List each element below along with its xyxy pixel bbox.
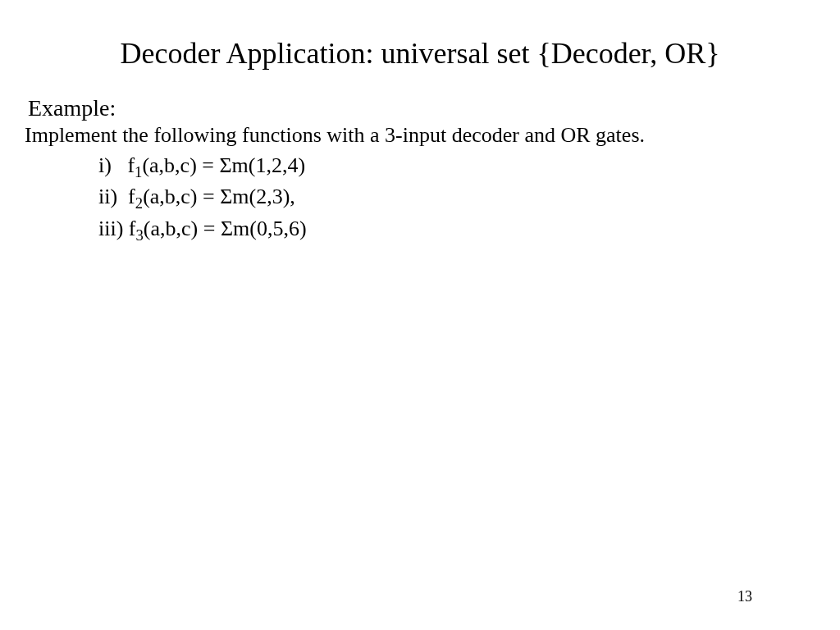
- eq-i-subscript: 1: [135, 163, 142, 180]
- example-label: Example:: [28, 95, 116, 121]
- eq-ii-subscript: 2: [135, 195, 143, 212]
- eq-ii-prefix: ii) f: [98, 185, 135, 208]
- eq-iii-prefix: iii) f: [98, 217, 136, 240]
- page-number: 13: [737, 588, 752, 605]
- eq-iii-rest: (a,b,c) = Σm(0,5,6): [144, 217, 307, 240]
- eq-i-prefix: i) f: [98, 153, 135, 177]
- equation-ii: ii) f2(a,b,c) = Σm(2,3),: [98, 182, 307, 213]
- equation-iii: iii) f3(a,b,c) = Σm(0,5,6): [98, 214, 307, 245]
- eq-iii-subscript: 3: [136, 226, 144, 244]
- eq-ii-rest: (a,b,c) = Σm(2,3),: [143, 185, 295, 208]
- eq-i-rest: (a,b,c) = Σm(1,2,4): [142, 153, 305, 177]
- instruction-text: Implement the following functions with a…: [25, 123, 645, 148]
- equation-i: i) f1(a,b,c) = Σm(1,2,4): [98, 151, 307, 182]
- equation-list: i) f1(a,b,c) = Σm(1,2,4) ii) f2(a,b,c) =…: [98, 151, 307, 245]
- slide-title: Decoder Application: universal set {Deco…: [0, 36, 840, 71]
